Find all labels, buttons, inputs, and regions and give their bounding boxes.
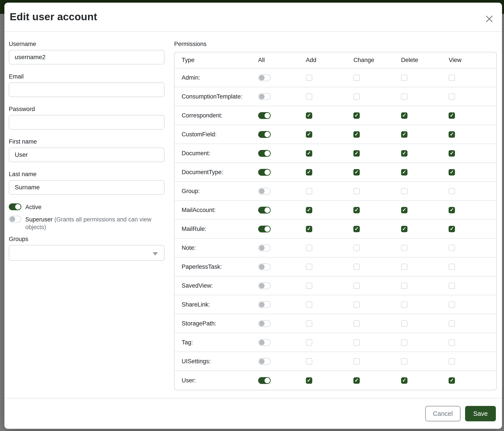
permission-checkbox-change[interactable] [353,264,360,270]
permission-checkbox-change[interactable]: ✓ [353,226,360,232]
permission-checkbox-change[interactable]: ✓ [353,169,360,175]
permission-checkbox-delete[interactable] [401,188,407,194]
permission-checkbox-add[interactable] [306,188,312,194]
permission-toggle-all[interactable] [258,358,271,365]
permission-checkbox-add[interactable] [306,245,312,251]
permission-checkbox-delete[interactable]: ✓ [401,112,407,119]
permission-checkbox-add[interactable] [306,339,312,346]
permission-checkbox-delete[interactable] [401,339,407,346]
permission-checkbox-delete[interactable] [401,283,407,289]
permission-checkbox-view[interactable] [449,320,455,327]
permission-toggle-all[interactable] [258,377,271,384]
permission-checkbox-delete[interactable]: ✓ [401,169,407,175]
permission-checkbox-add[interactable]: ✓ [306,150,312,157]
permission-checkbox-view[interactable] [449,358,455,365]
permission-checkbox-delete[interactable] [401,245,407,251]
permission-checkbox-change[interactable] [353,339,360,346]
permission-checkbox-delete[interactable]: ✓ [401,131,407,138]
permission-checkbox-view[interactable] [449,74,455,81]
permission-toggle-all[interactable] [258,131,271,138]
first-name-input[interactable] [9,148,164,162]
permission-checkbox-change[interactable]: ✓ [353,112,360,119]
close-button[interactable] [483,13,495,25]
permission-checkbox-view[interactable]: ✓ [449,112,455,119]
permission-toggle-all[interactable] [258,282,271,289]
permission-checkbox-change[interactable] [353,320,360,327]
permission-toggle-all[interactable] [258,112,271,119]
permission-toggle-all[interactable] [258,150,271,157]
permission-checkbox-add[interactable]: ✓ [306,207,312,213]
superuser-toggle[interactable] [9,216,21,223]
permission-checkbox-delete[interactable] [401,301,407,308]
permission-checkbox-add[interactable] [306,264,312,270]
save-button[interactable]: Save [465,406,496,421]
permission-toggle-all[interactable] [258,207,271,214]
permission-checkbox-view[interactable] [449,301,455,308]
permission-checkbox-change[interactable] [353,74,360,81]
permission-checkbox-change[interactable] [353,188,360,194]
permission-checkbox-delete[interactable] [401,264,407,270]
permission-checkbox-add[interactable] [306,74,312,81]
permission-checkbox-delete[interactable] [401,320,407,327]
cancel-button[interactable]: Cancel [425,406,460,421]
permission-checkbox-change[interactable] [353,93,360,100]
permission-toggle-all[interactable] [258,301,271,308]
permission-checkbox-change[interactable] [353,358,360,365]
permission-checkbox-delete[interactable]: ✓ [401,207,407,213]
permission-checkbox-add[interactable]: ✓ [306,131,312,138]
check-icon: ✓ [354,378,359,383]
permission-toggle-all[interactable] [258,320,271,327]
groups-select[interactable] [9,245,164,261]
permission-checkbox-change[interactable] [353,301,360,308]
permission-toggle-all[interactable] [258,244,271,251]
permission-row: DocumentType:✓✓✓✓ [175,163,496,182]
permission-checkbox-change[interactable] [353,283,360,289]
permission-checkbox-view[interactable] [449,283,455,289]
permission-toggle-all[interactable] [258,93,271,100]
permission-checkbox-delete[interactable] [401,358,407,365]
permission-checkbox-change[interactable]: ✓ [353,207,360,213]
username-input[interactable] [9,50,164,64]
permission-checkbox-change[interactable]: ✓ [353,131,360,138]
permission-checkbox-delete[interactable]: ✓ [401,226,407,232]
permission-toggle-all[interactable] [258,263,271,270]
permission-checkbox-view[interactable]: ✓ [449,131,455,138]
email-input[interactable] [9,82,164,97]
permission-checkbox-view[interactable]: ✓ [449,377,455,384]
permission-checkbox-view[interactable] [449,188,455,194]
permission-toggle-all[interactable] [258,188,271,195]
permission-checkbox-view[interactable]: ✓ [449,150,455,157]
permission-checkbox-add[interactable]: ✓ [306,226,312,232]
permission-checkbox-add[interactable] [306,358,312,365]
permission-checkbox-add[interactable] [306,320,312,327]
permission-checkbox-change[interactable] [353,245,360,251]
permission-checkbox-add[interactable] [306,283,312,289]
permission-checkbox-delete[interactable]: ✓ [401,150,407,157]
permission-checkbox-view[interactable]: ✓ [449,226,455,232]
close-icon [485,15,494,23]
permission-checkbox-add[interactable]: ✓ [306,112,312,119]
permission-checkbox-view[interactable] [449,93,455,100]
permission-checkbox-add[interactable] [306,93,312,100]
permission-checkbox-add[interactable] [306,301,312,308]
permission-checkbox-delete[interactable] [401,93,407,100]
permission-checkbox-view[interactable]: ✓ [449,207,455,213]
permission-checkbox-add[interactable]: ✓ [306,169,312,175]
permission-toggle-all[interactable] [258,339,271,346]
permission-checkbox-add[interactable]: ✓ [306,377,312,384]
permission-checkbox-delete[interactable]: ✓ [401,377,407,384]
permission-checkbox-change[interactable]: ✓ [353,150,360,157]
permission-toggle-all[interactable] [258,226,271,233]
permission-checkbox-view[interactable] [449,339,455,346]
permission-checkbox-delete[interactable] [401,74,407,81]
check-icon: ✓ [354,132,359,137]
permission-checkbox-view[interactable] [449,245,455,251]
password-input[interactable] [9,115,164,130]
permission-toggle-all[interactable] [258,169,271,176]
permission-toggle-all[interactable] [258,74,271,81]
active-toggle[interactable] [9,203,21,210]
permission-checkbox-change[interactable]: ✓ [353,377,360,384]
permission-checkbox-view[interactable]: ✓ [449,169,455,175]
last-name-input[interactable] [9,180,164,195]
permission-checkbox-view[interactable] [449,264,455,270]
